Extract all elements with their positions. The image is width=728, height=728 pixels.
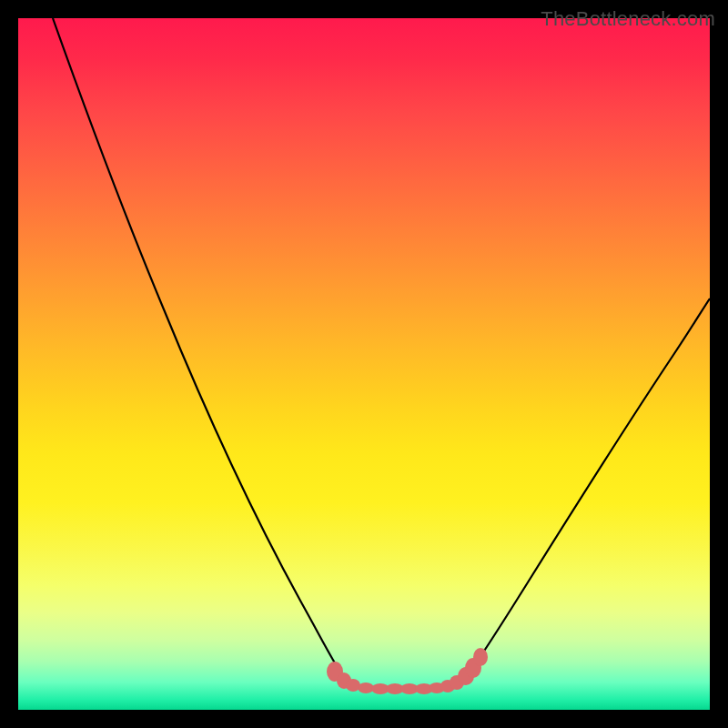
gradient-plot-area — [18, 18, 710, 710]
optimal-band-markers — [327, 648, 488, 694]
svg-point-13 — [473, 648, 488, 666]
chart-frame: TheBottleneck.com — [0, 0, 728, 728]
bottleneck-curve-svg — [18, 18, 710, 710]
watermark-text: TheBottleneck.com — [541, 7, 715, 31]
bottleneck-curve-path — [53, 18, 710, 687]
